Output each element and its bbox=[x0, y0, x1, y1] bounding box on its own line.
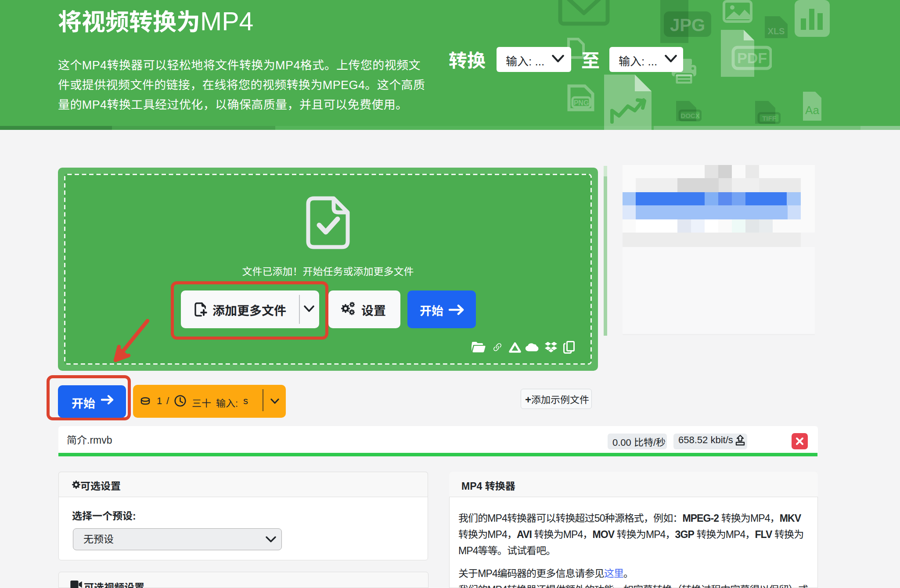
svg-text:Aa: Aa bbox=[805, 104, 819, 117]
svg-text:TIFF: TIFF bbox=[762, 115, 776, 122]
svg-text:JPG: JPG bbox=[670, 15, 705, 35]
svg-text:PDF: PDF bbox=[737, 50, 767, 66]
svg-text:DOCX: DOCX bbox=[680, 112, 699, 119]
svg-text:PNG: PNG bbox=[574, 99, 589, 107]
